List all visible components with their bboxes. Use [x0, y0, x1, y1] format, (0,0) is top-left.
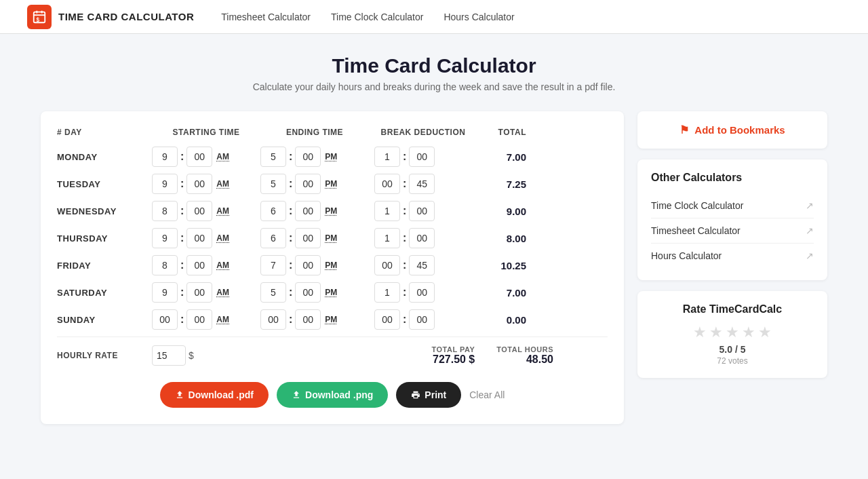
start-min-input[interactable] [186, 255, 212, 275]
logo-area: $ TIME CARD CALCULATOR [27, 5, 194, 29]
start-ampm-btn[interactable]: AM [215, 312, 231, 327]
star-1[interactable]: ★ [693, 324, 707, 341]
start-ampm-btn[interactable]: AM [215, 231, 231, 246]
star-4[interactable]: ★ [742, 324, 755, 341]
time-sep: : [289, 313, 292, 326]
calc-link-hours-label: Hours Calculator [651, 250, 722, 261]
day-row: MONDAY : AM : PM : 7.00 [57, 147, 608, 167]
break-hour-input[interactable] [374, 255, 400, 275]
start-hour-input[interactable] [152, 147, 178, 167]
bookmark-icon: ⚑ [679, 123, 689, 136]
print-button[interactable]: Print [396, 382, 461, 408]
start-hour-input[interactable] [152, 174, 178, 194]
break-min-input[interactable] [409, 282, 435, 303]
end-ampm-btn[interactable]: PM [323, 149, 338, 164]
break-min-input[interactable] [409, 174, 435, 194]
time-sep: : [180, 205, 184, 217]
time-sep: : [180, 151, 184, 163]
start-min-input[interactable] [186, 309, 212, 330]
end-time-group: : PM [260, 255, 369, 275]
start-hour-input[interactable] [152, 309, 178, 330]
nav-timeclock[interactable]: Time Clock Calculator [331, 12, 423, 22]
end-min-input[interactable] [295, 309, 321, 330]
end-ampm-btn[interactable]: PM [323, 312, 338, 327]
break-hour-input[interactable] [374, 282, 400, 303]
end-time-group: : PM [260, 282, 369, 303]
day-total: 9.00 [477, 206, 532, 217]
col-end: ENDING TIME [260, 125, 369, 140]
download-png-button[interactable]: Download .png [277, 382, 388, 408]
clear-all-button[interactable]: Clear All [469, 389, 505, 400]
end-min-input[interactable] [295, 147, 321, 167]
external-icon-2: ↗ [806, 250, 814, 261]
end-min-input[interactable] [295, 201, 321, 221]
col-break: BREAK DEDUCTION [369, 125, 477, 140]
end-hour-input[interactable] [260, 201, 286, 221]
star-3[interactable]: ★ [726, 324, 739, 341]
start-min-input[interactable] [186, 228, 212, 248]
break-min-input[interactable] [409, 201, 435, 221]
break-sep: : [403, 151, 406, 163]
star-5[interactable]: ★ [758, 324, 772, 341]
break-hour-input[interactable] [374, 174, 400, 194]
rate-input[interactable] [152, 345, 186, 366]
break-min-input[interactable] [409, 255, 435, 275]
currency-symbol: $ [189, 350, 194, 361]
end-hour-input[interactable] [260, 255, 286, 275]
bookmark-button[interactable]: ⚑ Add to Bookmarks [651, 123, 814, 136]
page-subtitle: Calculate your daily hours and breaks du… [41, 81, 827, 92]
start-min-input[interactable] [186, 282, 212, 303]
end-ampm-btn[interactable]: PM [323, 204, 338, 218]
break-hour-input[interactable] [374, 309, 400, 330]
calc-link-hours[interactable]: Hours Calculator ↗ [651, 244, 814, 268]
start-ampm-btn[interactable]: AM [215, 149, 231, 164]
end-min-input[interactable] [295, 282, 321, 303]
end-hour-input[interactable] [260, 174, 286, 194]
day-total: 8.00 [477, 233, 532, 244]
time-sep: : [289, 232, 292, 244]
end-ampm-btn[interactable]: PM [323, 258, 338, 273]
end-ampm-btn[interactable]: PM [323, 231, 338, 246]
svg-text:$: $ [36, 17, 39, 23]
total-hours-label: TOTAL HOURS [496, 345, 553, 353]
time-sep: : [289, 178, 292, 190]
nav-timesheet[interactable]: Timesheet Calculator [221, 12, 311, 22]
start-min-input[interactable] [186, 201, 212, 221]
end-min-input[interactable] [295, 255, 321, 275]
break-min-input[interactable] [409, 147, 435, 167]
break-hour-input[interactable] [374, 228, 400, 248]
calc-link-timesheet[interactable]: Timesheet Calculator ↗ [651, 218, 814, 244]
start-hour-input[interactable] [152, 201, 178, 221]
start-hour-input[interactable] [152, 255, 178, 275]
other-calc-title: Other Calculators [651, 172, 814, 184]
start-min-input[interactable] [186, 174, 212, 194]
start-ampm-btn[interactable]: AM [215, 204, 231, 218]
start-min-input[interactable] [186, 147, 212, 167]
end-ampm-btn[interactable]: PM [323, 285, 338, 300]
start-hour-input[interactable] [152, 282, 178, 303]
end-hour-input[interactable] [260, 282, 286, 303]
end-ampm-btn[interactable]: PM [323, 176, 338, 191]
download-pdf-button[interactable]: Download .pdf [160, 382, 269, 408]
end-min-input[interactable] [295, 228, 321, 248]
start-ampm-btn[interactable]: AM [215, 176, 231, 191]
break-min-input[interactable] [409, 228, 435, 248]
star-2[interactable]: ★ [709, 324, 723, 341]
end-hour-input[interactable] [260, 228, 286, 248]
start-ampm-btn[interactable]: AM [215, 258, 231, 273]
action-row: Download .pdf Download .png Print Clear … [57, 382, 608, 408]
calc-link-timeclock[interactable]: Time Clock Calculator ↗ [651, 193, 814, 218]
break-min-input[interactable] [409, 309, 435, 330]
time-sep: : [289, 286, 292, 299]
break-hour-input[interactable] [374, 201, 400, 221]
rate-group: $ [152, 345, 285, 366]
day-total: 10.25 [477, 260, 532, 271]
break-hour-input[interactable] [374, 147, 400, 167]
start-ampm-btn[interactable]: AM [215, 285, 231, 300]
end-min-input[interactable] [295, 174, 321, 194]
nav-hours[interactable]: Hours Calculator [443, 12, 514, 22]
break-sep: : [403, 286, 406, 299]
start-hour-input[interactable] [152, 228, 178, 248]
end-hour-input[interactable] [260, 309, 286, 330]
end-hour-input[interactable] [260, 147, 286, 167]
